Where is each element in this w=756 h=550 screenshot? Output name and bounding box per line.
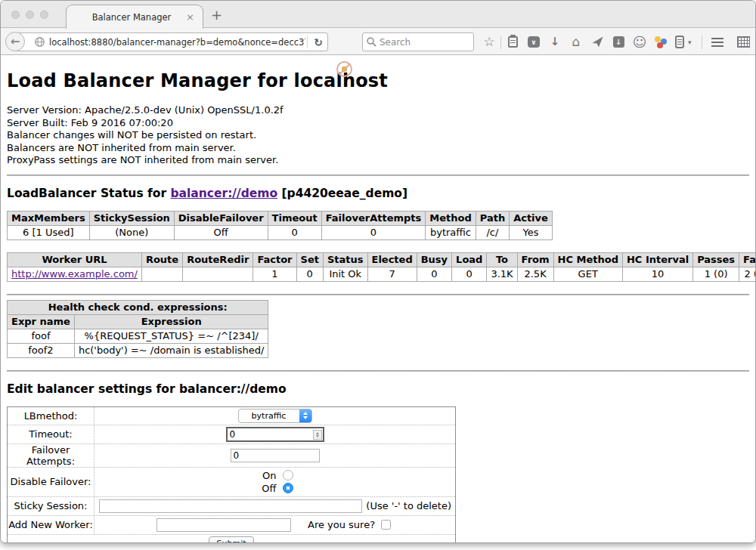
cell-from: 2.5K: [517, 267, 553, 281]
sticky-session-input[interactable]: [99, 499, 362, 513]
cell-passes: 1 (0): [693, 267, 739, 281]
col-set: Set: [296, 252, 323, 267]
send-tab-icon[interactable]: [587, 36, 608, 48]
sidebar-panel-icon[interactable]: [671, 36, 688, 48]
menu-hamburger-icon[interactable]: [707, 38, 728, 47]
search-input[interactable]: [380, 37, 470, 48]
reload-icon[interactable]: ↻: [309, 36, 327, 48]
submit-button[interactable]: Submit: [209, 536, 253, 542]
pocket-icon[interactable]: ∨: [523, 36, 544, 48]
col-stickysession: StickySession: [89, 211, 174, 225]
col-passes: Passes: [693, 252, 739, 267]
inherit-note-line: Balancers are NOT inherited from main se…: [7, 142, 749, 155]
cell-path: /c/: [476, 225, 509, 239]
col-factor: Factor: [253, 252, 296, 267]
zoom-window-button[interactable]: [40, 11, 48, 19]
close-window-button[interactable]: [11, 11, 20, 19]
tab-title: Balancer Manager: [67, 12, 186, 23]
cell-set: 0: [296, 267, 323, 281]
disable-failover-row: Disable Failover: On Off: [8, 467, 456, 496]
health-header-row: Expr name Expression: [8, 314, 268, 329]
cell-load: 0: [452, 267, 487, 281]
bookmark-star-icon[interactable]: ☆: [479, 36, 500, 48]
cell-expr-name-foof: foof: [8, 329, 75, 343]
home-icon[interactable]: ⌂: [565, 36, 587, 48]
failover-attempts-input[interactable]: [231, 449, 320, 462]
tab-bar: Balancer Manager × +: [1, 1, 755, 28]
balancer-demo-link[interactable]: balancer://demo: [170, 187, 277, 200]
tab-close-icon[interactable]: ×: [186, 11, 203, 23]
are-you-sure-checkbox[interactable]: [381, 520, 391, 530]
disable-failover-off-radio[interactable]: [283, 483, 293, 493]
cell-elected: 7: [367, 267, 417, 281]
cell-fails: 2 (0): [739, 267, 755, 281]
sticky-session-row: Sticky Session: (Use '-' to delete): [8, 496, 456, 515]
timeout-input[interactable]: [226, 427, 324, 442]
col-maxmembers: MaxMembers: [8, 211, 90, 225]
server-version-line: Server Version: Apache/2.5.0-dev (Unix) …: [7, 104, 749, 117]
cell-stickysession: (None): [89, 225, 174, 239]
radio-on-label: On: [257, 470, 277, 481]
status-heading: LoadBalancer Status for balancer://demo …: [7, 187, 749, 200]
submit-row: Submit: [8, 534, 456, 542]
status-heading-suffix: [p4420eeae_demo]: [277, 187, 407, 200]
col-timeout: Timeout: [268, 211, 321, 225]
url-divider: [307, 36, 308, 48]
reading-list-icon[interactable]: [502, 36, 523, 48]
worker-table: Worker URL Route RouteRedir Factor Set S…: [7, 252, 755, 282]
health-row-foof2: foof2 hc('body') =~ /domain is establish…: [8, 343, 268, 357]
color-dots-icon[interactable]: [650, 36, 671, 48]
toolbar-separator: [500, 36, 501, 49]
select-stepper-icon: [299, 409, 311, 423]
browser-window: Balancer Manager × + ← localhost:8880/ba…: [0, 0, 756, 543]
col-expression: Expression: [74, 314, 268, 329]
section-divider: [7, 175, 749, 176]
downloads-icon[interactable]: ↓: [544, 36, 565, 48]
lbmethod-select[interactable]: bytraffic: [238, 409, 312, 423]
cell-timeout: 0: [268, 225, 321, 239]
col-routeredir: RouteRedir: [183, 252, 253, 267]
cell-route: [141, 267, 182, 281]
cell-busy: 0: [417, 267, 451, 281]
save-page-icon[interactable]: ↓: [608, 36, 629, 48]
add-worker-input[interactable]: [156, 518, 291, 532]
back-button[interactable]: ←: [5, 32, 25, 51]
health-table-title: Health check cond. expressions:: [8, 300, 268, 314]
forum-smiley-icon[interactable]: ☺: [629, 36, 650, 49]
tile-grid-icon[interactable]: [733, 36, 754, 48]
balancer-data-row: 6 [1 Used] (None) Off 0 0 bytraffic /c/ …: [8, 225, 553, 239]
col-worker-url: Worker URL: [8, 252, 142, 267]
col-fails: Fails: [739, 252, 755, 267]
col-expr-name: Expr name: [8, 314, 75, 329]
edit-balancer-form: LBmethod: bytraffic Timeout:: [7, 406, 456, 542]
url-text[interactable]: localhost:8880/balancer-manager?b=demo&n…: [49, 37, 305, 48]
page-title: Load Balancer Manager for localhost: [7, 55, 749, 91]
cell-routeredir: [183, 267, 253, 281]
timeout-spinner-icon[interactable]: [313, 430, 322, 440]
content-blocked-icon[interactable]: [336, 61, 352, 77]
col-failoverattempts: FailoverAttempts: [321, 211, 426, 225]
server-info: Server Version: Apache/2.5.0-dev (Unix) …: [7, 104, 749, 167]
navigation-toolbar: ← localhost:8880/balancer-manager?b=demo…: [1, 28, 755, 55]
cell-worker-url: http://www.example.com/: [8, 267, 142, 281]
panel-dropdown-caret-icon[interactable]: ▾: [688, 39, 697, 46]
health-title-row: Health check cond. expressions:: [8, 300, 268, 314]
health-check-table: Health check cond. expressions: Expr nam…: [7, 300, 268, 358]
search-bar[interactable]: [362, 32, 474, 51]
disable-failover-on-radio[interactable]: [283, 470, 293, 480]
new-tab-button[interactable]: +: [211, 8, 222, 22]
tab-balancer-manager[interactable]: Balancer Manager ×: [66, 5, 203, 29]
minimize-window-button[interactable]: [26, 11, 34, 19]
cell-hc-method: GET: [553, 267, 622, 281]
cell-expression-foof2: hc('body') =~ /domain is established/: [74, 343, 268, 357]
worker-url-link[interactable]: http://www.example.com/: [11, 268, 138, 280]
col-method: Method: [426, 211, 476, 225]
health-row-foof: foof %{REQUEST_STATUS} =~ /^[234]/: [8, 329, 268, 343]
failover-attempts-row: Failover Attempts:: [8, 443, 456, 467]
col-hc-interval: HC Interval: [622, 252, 692, 267]
search-icon: [366, 36, 377, 48]
url-bar[interactable]: localhost:8880/balancer-manager?b=demo&n…: [15, 32, 328, 51]
persist-note-line: Balancer changes will NOT be persisted o…: [7, 129, 749, 142]
col-from: From: [517, 252, 553, 267]
balancer-status-table: MaxMembers StickySession DisableFailover…: [7, 211, 553, 240]
